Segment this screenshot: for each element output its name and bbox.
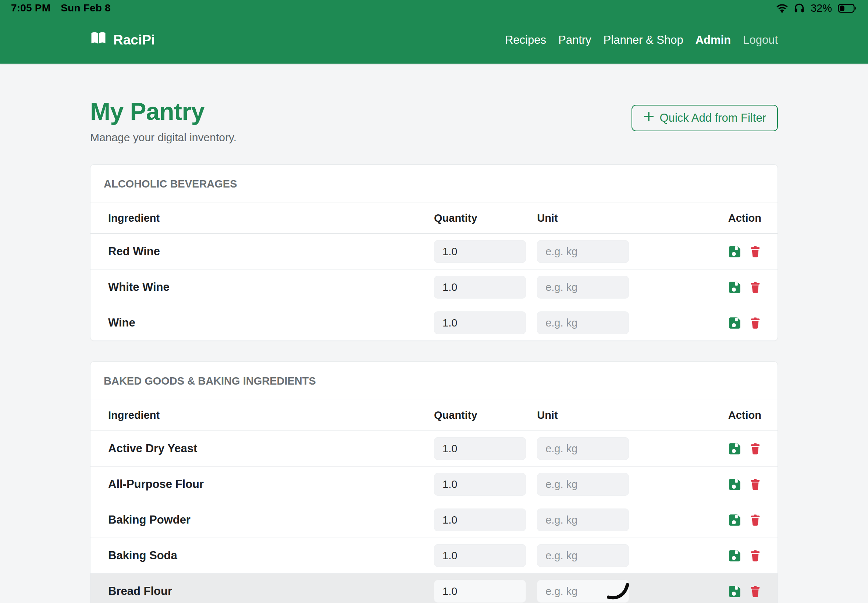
- unit-input[interactable]: [537, 437, 629, 460]
- save-icon: [728, 558, 741, 563]
- quantity-input[interactable]: [434, 276, 526, 298]
- col-header-quantity: Quantity: [434, 203, 537, 234]
- unit-input[interactable]: [537, 276, 629, 298]
- ingredient-row: All-Purpose Flour: [90, 467, 778, 502]
- top-chrome: 7:05 PM Sun Feb 8 32%: [0, 0, 868, 63]
- unit-input[interactable]: [537, 240, 629, 263]
- ingredient-name: Active Dry Yeast: [90, 431, 434, 467]
- ingredient-name: Bread Flour: [90, 574, 434, 603]
- page-title: My Pantry: [90, 97, 237, 125]
- unit-input[interactable]: [537, 473, 629, 496]
- quantity-input[interactable]: [434, 544, 526, 567]
- section-title: BAKED GOODS & BAKING INGREDIENTS: [104, 375, 764, 387]
- save-button[interactable]: [728, 442, 741, 455]
- quantity-input[interactable]: [434, 311, 526, 334]
- nav-link-admin[interactable]: Admin: [696, 34, 731, 47]
- pen-stroke-artifact: [607, 583, 630, 603]
- book-icon: [90, 31, 107, 48]
- main-content: My Pantry Manage your digital inventory.…: [90, 97, 778, 603]
- trash-icon: [749, 325, 761, 331]
- save-button[interactable]: [728, 585, 741, 598]
- ingredient-name: Red Wine: [90, 234, 434, 269]
- battery-icon: [838, 4, 857, 13]
- save-icon: [728, 254, 741, 259]
- ingredient-row: Wine: [90, 305, 778, 341]
- pantry-table: Ingredient Quantity Unit Action Red Wine: [90, 203, 778, 340]
- save-button[interactable]: [728, 281, 741, 294]
- save-icon: [728, 325, 741, 331]
- quantity-input[interactable]: [434, 509, 526, 531]
- quick-add-button[interactable]: Quick Add from Filter: [631, 105, 778, 131]
- delete-button[interactable]: [749, 281, 761, 294]
- sections-mount: ALCOHOLIC BEVERAGES Ingredient Quantity …: [90, 164, 778, 603]
- ingredient-row: Baking Soda: [90, 538, 778, 574]
- delete-button[interactable]: [749, 245, 761, 258]
- delete-button[interactable]: [749, 442, 761, 455]
- table-header-row: Ingredient Quantity Unit Action: [90, 400, 778, 431]
- ingredient-name: All-Purpose Flour: [90, 467, 434, 502]
- ingredient-row: Baking Powder: [90, 502, 778, 538]
- trash-icon: [749, 289, 761, 295]
- headphones-icon: [794, 3, 805, 14]
- nav-link-pantry[interactable]: Pantry: [558, 34, 591, 47]
- status-date: Sun Feb 8: [61, 2, 111, 14]
- status-time: 7:05 PM: [11, 2, 50, 14]
- navbar: RaciPi RecipesPantryPlanner & ShopAdminL…: [0, 16, 868, 63]
- quantity-input[interactable]: [434, 240, 526, 263]
- save-button[interactable]: [728, 478, 741, 491]
- trash-icon: [749, 522, 761, 527]
- save-icon: [728, 289, 741, 295]
- trash-icon: [749, 451, 761, 456]
- save-button[interactable]: [728, 514, 741, 527]
- save-icon: [728, 487, 741, 492]
- save-button[interactable]: [728, 549, 741, 562]
- ingredient-row: White Wine: [90, 269, 778, 305]
- quantity-input[interactable]: [434, 473, 526, 496]
- pantry-table: Ingredient Quantity Unit Action Active D…: [90, 400, 778, 603]
- col-header-ingredient: Ingredient: [90, 400, 434, 431]
- quick-add-label: Quick Add from Filter: [660, 111, 766, 125]
- page-head: My Pantry Manage your digital inventory.…: [90, 97, 778, 144]
- col-header-ingredient: Ingredient: [90, 203, 434, 234]
- nav-link-planner-shop[interactable]: Planner & Shop: [603, 34, 683, 47]
- ingredient-name: Wine: [90, 305, 434, 341]
- section-title: ALCOHOLIC BEVERAGES: [104, 178, 764, 190]
- nav-links: RecipesPantryPlanner & ShopAdminLogout: [505, 34, 778, 47]
- ingredient-row: Active Dry Yeast: [90, 431, 778, 467]
- quantity-input[interactable]: [434, 580, 526, 603]
- save-icon: [728, 594, 741, 599]
- col-header-action: Action: [723, 400, 778, 431]
- ingredient-name: White Wine: [90, 269, 434, 305]
- delete-button[interactable]: [749, 317, 761, 329]
- delete-button[interactable]: [749, 585, 761, 598]
- nav-link-recipes[interactable]: Recipes: [505, 34, 546, 47]
- col-header-unit: Unit: [537, 400, 723, 431]
- delete-button[interactable]: [749, 478, 761, 491]
- quantity-input[interactable]: [434, 437, 526, 460]
- battery-percent: 32%: [811, 2, 832, 14]
- save-button[interactable]: [728, 245, 741, 258]
- col-header-action: Action: [723, 203, 778, 234]
- pantry-section-card: ALCOHOLIC BEVERAGES Ingredient Quantity …: [90, 164, 778, 341]
- col-header-unit: Unit: [537, 203, 723, 234]
- section-header: BAKED GOODS & BAKING INGREDIENTS: [90, 362, 778, 400]
- trash-icon: [749, 558, 761, 563]
- unit-input[interactable]: [537, 311, 629, 334]
- trash-icon: [749, 487, 761, 492]
- col-header-quantity: Quantity: [434, 400, 537, 431]
- unit-input[interactable]: [537, 509, 629, 531]
- plus-icon: [643, 111, 654, 125]
- trash-icon: [749, 594, 761, 599]
- ingredient-name: Baking Powder: [90, 502, 434, 538]
- save-icon: [728, 522, 741, 527]
- save-button[interactable]: [728, 317, 741, 329]
- table-header-row: Ingredient Quantity Unit Action: [90, 203, 778, 234]
- ingredient-row: Bread Flour: [90, 574, 778, 603]
- trash-icon: [749, 254, 761, 259]
- delete-button[interactable]: [749, 514, 761, 527]
- unit-input[interactable]: [537, 544, 629, 567]
- ingredient-row: Red Wine: [90, 234, 778, 269]
- delete-button[interactable]: [749, 549, 761, 562]
- brand[interactable]: RaciPi: [90, 31, 155, 48]
- nav-link-logout[interactable]: Logout: [743, 34, 778, 47]
